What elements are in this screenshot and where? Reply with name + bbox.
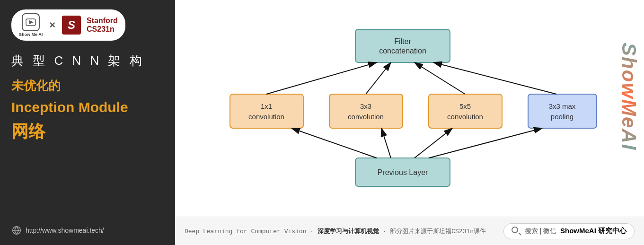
svg-rect-3 [355,29,450,62]
stanford-text: Stanford CS231n [87,17,118,33]
stanford-name: Stanford [87,17,118,25]
svg-text:pooling: pooling [550,113,573,121]
url-icon [11,225,22,236]
logo-badge: Show Me AI × S Stanford CS231n [11,9,125,41]
sidebar-url[interactable]: http://www.showmeai.tech/ [11,225,104,236]
search-icon [512,227,521,236]
showme-logo: Show Me AI [19,13,43,37]
svg-text:3x3 max: 3x3 max [548,102,575,110]
svg-text:3x3: 3x3 [360,102,371,110]
svg-rect-6 [230,94,303,128]
showme-text: Show Me AI [19,32,43,37]
showme-icon [22,13,40,31]
url-text: http://www.showmeai.tech/ [26,227,104,234]
svg-text:convolution: convolution [447,113,483,121]
svg-text:convolution: convolution [348,113,384,121]
svg-rect-9 [329,94,403,128]
svg-marker-1 [29,20,34,24]
stanford-s-icon: S [62,16,81,35]
diagram-area: Filter concatenation 1x1 convolution 3x3… [175,0,644,217]
subtitle: 未优化的 [11,78,164,94]
title-cn: 典 型 C N N 架 构 [11,52,164,69]
svg-line-24 [291,128,377,158]
svg-rect-15 [528,94,597,128]
svg-text:convolution: convolution [248,113,284,121]
svg-text:Filter: Filter [394,37,411,45]
watermark: ShowMeAI [618,5,640,188]
svg-line-27 [429,128,542,158]
main-content: Filter concatenation 1x1 convolution 3x3… [175,0,644,245]
module-title: Inception Module [11,98,164,116]
x-separator: × [49,19,55,31]
search-label: 搜索 | 微信 ShowMeAI 研究中心 [525,227,626,236]
search-box[interactable]: 搜索 | 微信 ShowMeAI 研究中心 [503,223,635,239]
net-label: 网络 [11,120,164,143]
svg-line-23 [433,62,556,94]
bottom-bar: Deep Learning for Computer Vision · 深度学习… [175,217,644,245]
svg-text:1x1: 1x1 [260,102,272,110]
svg-line-21 [366,62,391,94]
svg-text:Previous Layer: Previous Layer [377,168,428,176]
svg-rect-12 [429,94,502,128]
svg-text:5x5: 5x5 [459,102,470,110]
sidebar: Show Me AI × S Stanford CS231n 典 型 C N N… [0,0,175,245]
stanford-cs: CS231n [87,25,118,34]
bottom-description: Deep Learning for Computer Vision · 深度学习… [185,227,486,236]
svg-line-22 [415,62,465,94]
svg-line-20 [266,62,377,94]
inception-diagram: Filter concatenation 1x1 convolution 3x3… [216,21,604,196]
svg-line-25 [381,128,391,158]
svg-text:concatenation: concatenation [379,47,426,55]
